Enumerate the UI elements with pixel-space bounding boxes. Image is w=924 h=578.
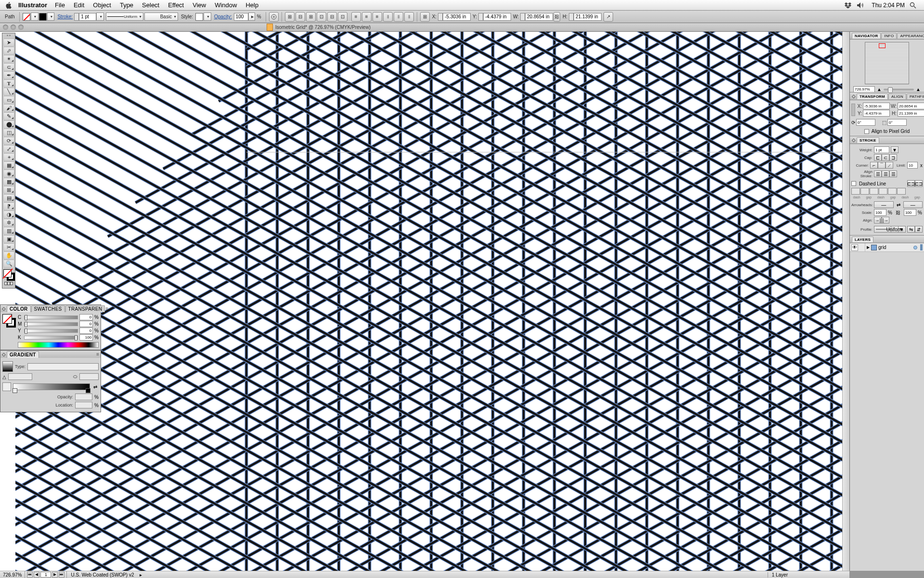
type-tool[interactable]: T bbox=[3, 79, 14, 87]
miter-limit-input[interactable] bbox=[907, 162, 918, 169]
arrow-scale-start[interactable] bbox=[874, 209, 886, 216]
shape-builder-tool[interactable]: ◉ bbox=[3, 170, 14, 177]
zoom-tool[interactable]: 🔍 bbox=[3, 260, 14, 267]
transform-reference-button[interactable]: ⊞ bbox=[420, 12, 430, 22]
window-close-button[interactable] bbox=[3, 25, 8, 30]
canvas[interactable] bbox=[15, 32, 842, 571]
gradient-stop-fillstroke[interactable] bbox=[2, 382, 11, 391]
tab-swatches[interactable]: SWATCHES bbox=[31, 305, 65, 312]
navigator-view-box[interactable] bbox=[879, 43, 886, 48]
fill-swatch[interactable] bbox=[23, 13, 30, 21]
align-stroke-outside[interactable]: ☰ bbox=[889, 171, 897, 177]
align-top-button[interactable]: ⊡ bbox=[317, 12, 326, 22]
distribute-left-button[interactable]: ⦀ bbox=[383, 12, 393, 22]
stroke-profile-dropdown[interactable]: Uniform▼ bbox=[874, 226, 906, 233]
h-input[interactable] bbox=[574, 13, 602, 21]
gradient-angle-input[interactable] bbox=[8, 373, 32, 380]
magenta-input[interactable] bbox=[79, 321, 93, 327]
artboard-tool[interactable]: ▣ bbox=[3, 235, 14, 243]
reverse-gradient-button[interactable]: ⇄ bbox=[92, 384, 99, 390]
join-round-button[interactable]: ⌒ bbox=[878, 162, 886, 169]
distribute-bottom-button[interactable]: ≡ bbox=[372, 12, 382, 22]
line-segment-tool[interactable]: ╲ bbox=[3, 88, 14, 95]
rotate-tool[interactable]: ⟳ bbox=[3, 137, 14, 144]
window-minimize-button[interactable] bbox=[11, 25, 16, 30]
navigator-zoom-slider[interactable] bbox=[884, 89, 914, 91]
gradient-type-dropdown[interactable] bbox=[27, 363, 99, 370]
gradient-ramp[interactable] bbox=[13, 383, 90, 390]
tab-layers[interactable]: LAYERS bbox=[852, 236, 873, 242]
opacity-dropdown[interactable]: ▶ bbox=[248, 13, 255, 21]
link-arrow-scale-button[interactable]: ⛓ bbox=[896, 210, 900, 215]
gradient-preview-swatch[interactable] bbox=[2, 361, 13, 372]
shear-input[interactable] bbox=[887, 119, 907, 126]
menu-object[interactable]: Object bbox=[93, 1, 111, 9]
blend-tool[interactable]: ◑ bbox=[3, 210, 14, 218]
magenta-slider[interactable] bbox=[24, 322, 78, 326]
cyan-slider[interactable] bbox=[24, 315, 78, 319]
cap-butt-button[interactable]: ⊏ bbox=[874, 154, 882, 161]
rectangle-tool[interactable]: ▭ bbox=[3, 96, 14, 104]
style-swatch[interactable] bbox=[195, 13, 203, 21]
menu-effect[interactable]: Effect bbox=[168, 1, 184, 9]
gradient-stop-opacity-input[interactable] bbox=[75, 394, 92, 400]
vertical-scrollbar[interactable] bbox=[842, 32, 849, 571]
perspective-grid-tool[interactable]: ▩ bbox=[3, 178, 14, 185]
selection-tool[interactable]: ➤ bbox=[3, 39, 14, 46]
hand-tool[interactable]: ✋ bbox=[3, 251, 14, 259]
y-input[interactable] bbox=[483, 13, 511, 21]
pen-tool[interactable]: ✒ bbox=[3, 71, 14, 79]
gradient-aspect-input[interactable] bbox=[79, 373, 99, 380]
menu-edit[interactable]: Edit bbox=[74, 1, 84, 9]
distribute-top-button[interactable]: ≡ bbox=[351, 12, 361, 22]
w-stepper[interactable] bbox=[520, 13, 525, 21]
dash-2-input[interactable] bbox=[870, 188, 878, 195]
w-input[interactable] bbox=[525, 13, 553, 21]
join-miter-button[interactable]: ⌐ bbox=[870, 162, 878, 169]
arrow-align-extend[interactable]: →| bbox=[874, 217, 882, 223]
window-zoom-button[interactable] bbox=[18, 25, 24, 30]
tab-transparency[interactable]: TRANSPAREN bbox=[65, 305, 105, 312]
opacity-input[interactable] bbox=[234, 13, 248, 21]
fill-none-mode[interactable] bbox=[10, 282, 13, 285]
paintbrush-tool[interactable]: 🖌 bbox=[3, 104, 14, 112]
align-stroke-center[interactable]: ☰ bbox=[874, 171, 882, 177]
dash-preserve-button[interactable]: ⊏⊐ bbox=[907, 180, 915, 187]
pencil-tool[interactable]: ✎ bbox=[3, 112, 14, 120]
dash-align-button[interactable]: ⊏⊐ bbox=[915, 180, 923, 187]
h-stepper[interactable] bbox=[569, 13, 574, 21]
tab-info[interactable]: INFO bbox=[881, 33, 897, 39]
menu-select[interactable]: Select bbox=[142, 1, 159, 9]
stroke-weight-value[interactable] bbox=[874, 146, 889, 153]
black-slider[interactable] bbox=[24, 336, 78, 340]
width-tool[interactable]: ⌖ bbox=[3, 153, 14, 161]
swap-arrowheads-button[interactable]: ⇄ bbox=[895, 202, 902, 208]
brush-definition-dropdown[interactable]: Uniform▼ bbox=[106, 13, 143, 21]
navigator-zoom-in-icon[interactable]: ▲ bbox=[916, 87, 921, 92]
scale-tool[interactable]: ⤢ bbox=[3, 145, 14, 153]
align-vcenter-button[interactable]: ⊟ bbox=[327, 12, 337, 22]
gradient-stop-location-input[interactable] bbox=[75, 402, 92, 408]
stroke-weight-input[interactable] bbox=[79, 13, 96, 21]
last-artboard-button[interactable]: ⏭ bbox=[59, 572, 64, 578]
menu-file[interactable]: File bbox=[55, 1, 65, 9]
menubar-clock[interactable]: Thu 2:04 PM bbox=[872, 2, 905, 9]
tab-gradient[interactable]: GRADIENT bbox=[7, 351, 39, 358]
tab-color[interactable]: COLOR bbox=[7, 305, 31, 312]
prev-artboard-button[interactable]: ◀ bbox=[34, 572, 39, 578]
brush-profile-dropdown[interactable]: Basic▼ bbox=[144, 13, 178, 21]
artboard-number-input[interactable] bbox=[40, 572, 51, 578]
navigator-zoom-out-icon[interactable]: ▲ bbox=[877, 87, 882, 92]
cap-projecting-button[interactable]: ⊐ bbox=[889, 154, 897, 161]
yellow-slider[interactable] bbox=[24, 329, 78, 333]
volume-icon[interactable] bbox=[857, 2, 864, 8]
color-profile-display[interactable]: U.S. Web Coated (SWOP) v2 bbox=[67, 572, 138, 578]
align-right-button[interactable]: ⊞ bbox=[306, 12, 316, 22]
fill-dropdown[interactable]: ▼ bbox=[31, 13, 38, 21]
lasso-tool[interactable]: ⊂ bbox=[3, 63, 14, 71]
layer-expand-toggle[interactable]: ▶ bbox=[867, 245, 870, 250]
gap-2-input[interactable] bbox=[879, 188, 887, 195]
align-stroke-inside[interactable]: ☰ bbox=[882, 171, 889, 177]
rotate-input[interactable] bbox=[856, 119, 875, 126]
layer-name[interactable]: grid bbox=[878, 245, 886, 250]
